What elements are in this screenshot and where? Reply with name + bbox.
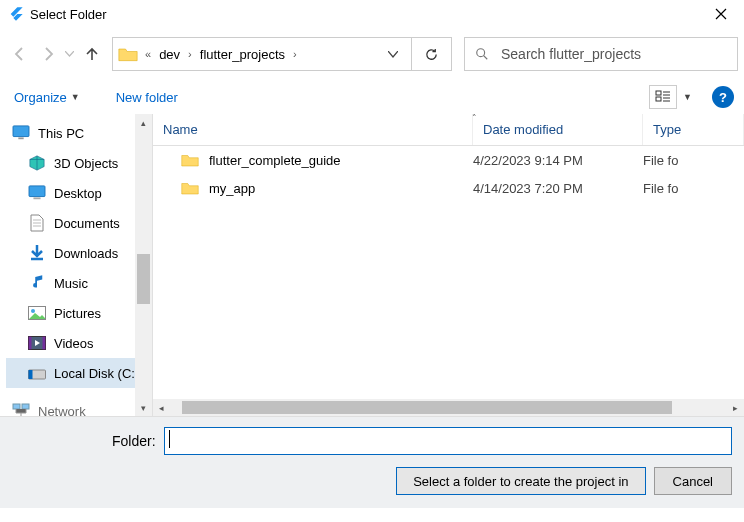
view-options-button[interactable] — [649, 85, 677, 109]
svg-point-0 — [477, 49, 485, 57]
svg-rect-5 — [29, 186, 45, 197]
svg-point-8 — [31, 309, 35, 313]
music-icon — [28, 274, 46, 292]
folder-row[interactable]: my_app 4/14/2023 7:20 PM File fo — [153, 174, 744, 202]
app-icon — [8, 6, 24, 22]
select-folder-button[interactable]: Select a folder to create the project in — [396, 467, 645, 495]
videos-icon — [28, 334, 46, 352]
search-input[interactable]: Search flutter_projects — [464, 37, 738, 71]
sidebar-item-downloads[interactable]: Downloads — [6, 238, 152, 268]
desktop-icon — [28, 184, 46, 202]
column-header-type[interactable]: Type — [643, 114, 744, 145]
sidebar-item-pictures[interactable]: Pictures — [6, 298, 152, 328]
scroll-down-icon[interactable]: ▾ — [135, 399, 152, 416]
help-button[interactable]: ? — [712, 86, 734, 108]
scroll-up-icon[interactable]: ▴ — [135, 114, 152, 131]
search-icon — [475, 47, 489, 61]
sidebar-item-this-pc[interactable]: This PC — [6, 118, 152, 148]
folder-row[interactable]: flutter_complete_guide 4/22/2023 9:14 PM… — [153, 146, 744, 174]
folder-type: File fo — [643, 153, 744, 168]
breadcrumb-ellipsis[interactable]: « — [141, 48, 155, 60]
new-folder-button[interactable]: New folder — [112, 86, 182, 109]
organize-button[interactable]: Organize▼ — [10, 86, 84, 109]
cancel-button[interactable]: Cancel — [654, 467, 732, 495]
forward-button — [34, 40, 62, 68]
sidebar-item-3d-objects[interactable]: 3D Objects — [6, 148, 152, 178]
svg-rect-10 — [29, 337, 32, 350]
scroll-thumb[interactable] — [182, 401, 672, 414]
monitor-icon — [12, 124, 30, 142]
folder-name: flutter_complete_guide — [209, 153, 341, 168]
scroll-right-icon[interactable]: ▸ — [727, 399, 744, 416]
chevron-down-icon[interactable]: ▼ — [683, 92, 692, 102]
search-placeholder: Search flutter_projects — [501, 46, 641, 62]
folder-name-input[interactable] — [164, 427, 732, 455]
folder-label: Folder: — [112, 433, 156, 449]
pictures-icon — [28, 304, 46, 322]
address-bar[interactable]: « dev › flutter_projects › — [112, 37, 412, 71]
svg-rect-13 — [29, 370, 33, 379]
chevron-right-icon[interactable]: › — [184, 48, 196, 60]
sidebar: This PC 3D Objects Desktop Documents Dow… — [0, 114, 152, 416]
sidebar-item-network[interactable]: Network — [6, 396, 152, 416]
svg-rect-4 — [18, 137, 23, 139]
document-icon — [28, 214, 46, 232]
scroll-left-icon[interactable]: ◂ — [153, 399, 170, 416]
refresh-button[interactable] — [412, 37, 452, 71]
folder-name: my_app — [209, 181, 255, 196]
sidebar-item-local-disk-c[interactable]: Local Disk (C:) — [6, 358, 152, 388]
cube-icon — [28, 154, 46, 172]
folder-icon — [117, 43, 139, 65]
column-header-name[interactable]: Name — [153, 114, 473, 145]
sidebar-scrollbar[interactable]: ▴ ▾ — [135, 114, 152, 416]
breadcrumb-flutter-projects[interactable]: flutter_projects — [196, 47, 289, 62]
back-button — [6, 40, 34, 68]
breadcrumb-dev[interactable]: dev — [155, 47, 184, 62]
folder-icon — [181, 180, 199, 196]
drive-icon — [28, 364, 46, 382]
chevron-down-icon: ▼ — [71, 92, 80, 102]
svg-rect-15 — [22, 404, 29, 409]
downloads-icon — [28, 244, 46, 262]
sidebar-item-music[interactable]: Music — [6, 268, 152, 298]
column-headers: Name Date modified Type — [153, 114, 744, 146]
window-title: Select Folder — [30, 7, 107, 22]
recent-dropdown-icon[interactable] — [62, 51, 76, 57]
sidebar-item-videos[interactable]: Videos — [6, 328, 152, 358]
svg-rect-2 — [656, 97, 661, 101]
sidebar-item-desktop[interactable]: Desktop — [6, 178, 152, 208]
chevron-right-icon[interactable]: › — [289, 48, 301, 60]
up-button[interactable] — [78, 40, 106, 68]
svg-rect-3 — [13, 126, 29, 137]
horizontal-scrollbar[interactable]: ◂ ▸ — [153, 399, 744, 416]
svg-rect-14 — [13, 404, 20, 409]
network-icon — [12, 402, 30, 416]
scroll-thumb[interactable] — [137, 254, 150, 304]
folder-type: File fo — [643, 181, 744, 196]
sort-indicator-icon: ˄ — [472, 113, 477, 123]
close-button[interactable] — [706, 0, 736, 28]
folder-icon — [181, 152, 199, 168]
sidebar-item-documents[interactable]: Documents — [6, 208, 152, 238]
folder-date: 4/22/2023 9:14 PM — [473, 153, 643, 168]
svg-rect-11 — [43, 337, 46, 350]
column-header-date[interactable]: Date modified — [473, 114, 643, 145]
svg-rect-6 — [33, 197, 40, 199]
folder-date: 4/14/2023 7:20 PM — [473, 181, 643, 196]
svg-rect-1 — [656, 91, 661, 95]
address-dropdown-icon[interactable] — [379, 38, 407, 70]
